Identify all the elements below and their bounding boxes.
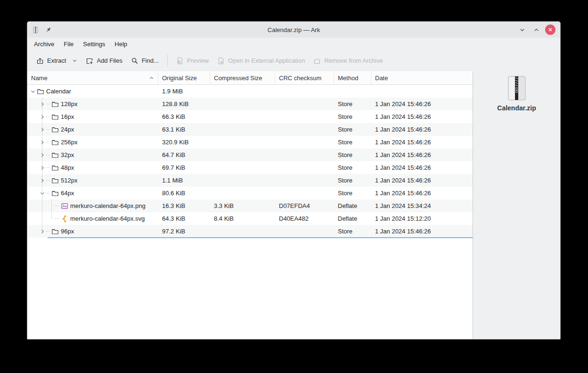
maximize-button[interactable] [531,25,541,35]
original-size-cell: 66.3 KiB [158,113,210,120]
chevron-right-icon[interactable] [40,127,45,133]
tree-branch-line [46,116,49,117]
method-cell: Store [334,151,371,158]
chevron-right-icon[interactable] [40,140,45,145]
pin-icon[interactable] [45,26,52,33]
minimize-button[interactable] [517,25,527,35]
name-cell: merkuro-calendar-64px.png [27,202,158,210]
menu-help[interactable]: Help [110,39,132,49]
table-row[interactable]: 128px128.8 KiBStore1 Jan 2024 15:46:26 [27,98,473,110]
item-name: 96px [61,228,74,235]
menubar: Archive File Settings Help [27,38,560,50]
table-row[interactable]: 256px320.9 KiBStore1 Jan 2024 15:46:26 [27,136,473,149]
chevron-down-icon[interactable] [40,191,45,196]
method-cell: Store [334,177,371,184]
folder-icon [51,228,59,235]
preview-label: Preview [187,57,209,64]
column-header-date[interactable]: Date [371,71,473,84]
original-size-cell: 63.1 KiB [158,126,210,133]
folder-icon [37,88,44,95]
folder-icon [51,190,59,197]
name-cell: 64px [27,190,158,197]
item-name: 32px [61,151,74,158]
name-cell: 48px [27,164,158,172]
original-size-cell: 97.2 KiB [158,228,210,235]
toolbar-separator [167,55,168,67]
table-row[interactable]: 96px97.2 KiBStore1 Jan 2024 15:46:26 [27,225,473,238]
add-files-button[interactable]: Add Files [82,54,126,68]
item-name: 512px [61,177,77,184]
compressed-size-cell: 8.4 KiB [210,215,275,222]
extract-button[interactable]: Extract [32,54,82,68]
column-header-crc[interactable]: CRC checksum [275,71,334,84]
original-size-cell: 128.8 KiB [158,100,210,108]
tree-branch-line [46,142,49,142]
preview-icon [176,57,184,65]
name-cell: 16px [27,113,158,121]
name-cell: 32px [27,151,158,159]
table-row[interactable]: Calendar1.9 MiB [27,85,473,98]
table-row[interactable]: 24px63.1 KiBStore1 Jan 2024 15:46:26 [27,123,473,136]
folder-icon [51,126,59,133]
find-label: Find... [142,57,159,64]
table-row[interactable]: 16px66.3 KiBStore1 Jan 2024 15:46:26 [27,110,473,123]
chevron-right-icon[interactable] [40,229,45,234]
table-row[interactable]: merkuro-calendar-64px.svg64.3 KiB8.4 KiB… [27,212,473,225]
method-cell: Store [334,100,371,108]
image-file-icon [61,202,68,210]
table-row[interactable]: merkuro-calendar-64px.png16.3 KiB3.3 KiB… [27,199,473,212]
find-button[interactable]: Find... [127,54,163,68]
table-row[interactable]: 32px64.7 KiBStore1 Jan 2024 15:46:26 [27,149,473,161]
chevron-right-icon[interactable] [40,152,45,158]
chevron-right-icon[interactable] [40,178,45,183]
column-header-method[interactable]: Method [334,71,371,84]
table-row[interactable]: 48px69.7 KiBStore1 Jan 2024 15:46:26 [27,161,473,174]
name-cell: 512px [27,177,158,184]
date-cell: 1 Jan 2024 15:46:26 [371,177,473,184]
menu-file[interactable]: File [59,39,78,49]
chevron-down-icon[interactable] [30,89,36,94]
chevron-right-icon[interactable] [40,114,45,120]
name-cell: merkuro-calendar-64px.svg [27,215,158,223]
item-name: merkuro-calendar-64px.svg [70,215,145,222]
method-cell: Store [334,113,371,120]
zip-app-icon [32,26,39,33]
zip-archive-icon [506,76,528,100]
tree-branch-line [46,167,49,168]
date-cell: 1 Jan 2024 15:46:26 [371,151,473,158]
chevron-right-icon[interactable] [40,101,45,107]
date-cell: 1 Jan 2024 15:46:26 [371,126,473,133]
date-cell: 1 Jan 2024 15:46:26 [371,100,473,108]
crc-cell: D07EFDA4 [275,202,334,209]
chevron-right-icon[interactable] [40,165,45,171]
close-button[interactable] [545,25,555,35]
date-cell: 1 Jan 2024 15:46:26 [371,139,473,146]
item-name: 64px [61,190,74,197]
remove-from-archive-icon [313,57,321,65]
archive-tree-view: Name Original Size Compressed Size CRC c… [27,71,473,339]
method-cell: Store [334,164,371,171]
item-name: 256px [61,139,77,146]
table-row[interactable]: 64px80.6 KiBStore1 Jan 2024 15:46:26 [27,187,473,199]
extract-label: Extract [47,57,66,64]
column-header-name[interactable]: Name [27,71,158,84]
tree-branch-line [55,206,59,206]
table-row[interactable]: 512px1.1 MiBStore1 Jan 2024 15:46:26 [27,174,473,187]
name-cell: Calendar [27,88,158,95]
date-cell: 1 Jan 2024 15:34:24 [371,202,473,209]
chevron-down-icon[interactable] [72,58,77,63]
desktop: { "window": { "title": "Calendar.zip — A… [0,0,588,373]
folder-icon [51,113,59,121]
menu-archive[interactable]: Archive [29,39,59,49]
titlebar[interactable]: Calendar.zip — Ark [27,22,560,38]
column-header-compressed-size[interactable]: Compressed Size [210,71,275,84]
item-name: 48px [61,164,74,171]
sort-ascending-icon [149,75,154,81]
menu-settings[interactable]: Settings [78,39,110,49]
column-header-original-size[interactable]: Original Size [158,71,210,84]
original-size-cell: 64.3 KiB [158,215,210,222]
open-external-button: Open in External Application [213,54,309,68]
original-size-cell: 16.3 KiB [158,202,210,209]
tree-branch-line [46,129,49,130]
add-files-icon [86,57,93,65]
